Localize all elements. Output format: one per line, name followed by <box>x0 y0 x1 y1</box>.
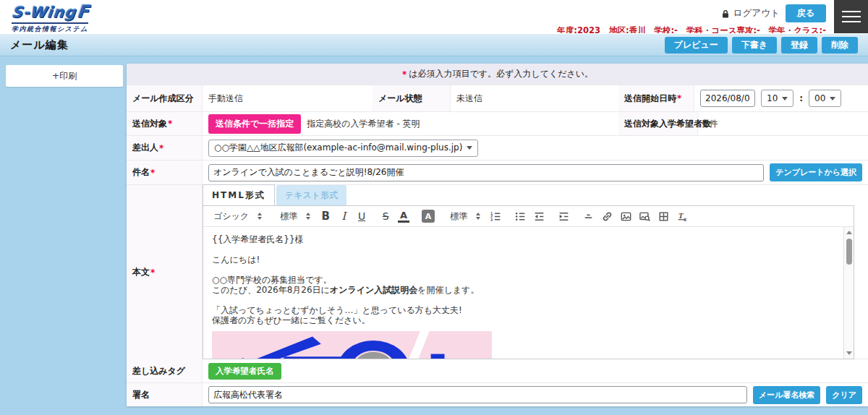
menu-button[interactable] <box>834 0 868 33</box>
highlight-color-button[interactable]: A <box>422 210 435 223</box>
body-editor-cell: HTML形式 テキスト形式 ゴシック標準BIUSAA標準123Tx {{入学希望… <box>203 185 868 359</box>
send-datetime-value: 10 : 00 <box>694 85 868 111</box>
mail-status-value: 未送信 <box>451 85 618 111</box>
draft-button[interactable]: 下書き <box>732 37 777 54</box>
rich-text-editor: HTML形式 テキスト形式 ゴシック標準BIUSAA標準123Tx {{入学希望… <box>203 185 854 359</box>
row-send-target: 送信対象* 送信条件で一括指定 指定高校の入学希望者 - 英明 送信対象入学希望… <box>127 111 868 135</box>
required-notice-text: は必須入力項目です。必ず入力してください。 <box>409 68 593 80</box>
tab-html-format[interactable]: HTML形式 <box>203 184 275 205</box>
page-title: メール編集 <box>10 38 69 52</box>
title-bar: メール編集 プレビュー下書き登録削除 <box>0 33 868 56</box>
target-count-value: 1件 <box>698 112 868 135</box>
merge-tag-value: 入学希望者氏名 <box>203 359 868 382</box>
strikethrough-button[interactable]: S <box>380 209 391 223</box>
email-body-lines: {{入学希望者氏名}}様 こんにちは! ○○専門学校の募集担当です。このたび、2… <box>212 234 836 325</box>
unordered-list-icon[interactable] <box>514 209 527 223</box>
email-body-editor[interactable]: {{入学希望者氏名}}様 こんにちは! ○○専門学校の募集担当です。このたび、2… <box>203 227 854 359</box>
signature-search-button[interactable]: メール署名検索 <box>753 386 821 404</box>
send-date-input[interactable] <box>700 90 755 107</box>
row-sender: 差出人* ○○学園△△地区広報部(example-ac-info@mail.wi… <box>127 135 868 160</box>
signature-clear-button[interactable]: クリア <box>826 386 862 404</box>
wing-icon: F <box>76 1 90 22</box>
app-logo[interactable]: S-WingF 学内統合情報システム <box>12 3 90 34</box>
email-body-line: {{入学希望者氏名}}様 <box>212 234 836 244</box>
underline-button[interactable]: U <box>356 209 367 223</box>
back-button[interactable]: 戻る <box>786 4 826 22</box>
merge-tag-label: 差し込みタグ <box>127 359 203 382</box>
required-notice: * は必須入力項目です。必ず入力してください。 <box>127 64 868 85</box>
logout-label: ログアウト <box>733 7 780 20</box>
editor-tabs: HTML形式 テキスト形式 <box>203 185 854 205</box>
merge-tag-button[interactable]: 入学希望者氏名 <box>208 363 281 380</box>
preview-button[interactable]: プレビュー <box>665 37 728 54</box>
logout-link[interactable]: ログアウト <box>720 7 780 20</box>
send-minute-select[interactable]: 00 <box>809 90 841 107</box>
chevron-down-icon <box>830 97 835 100</box>
email-body-line: このたび、2026年8月26日にオンライン入試説明会を開催します。 <box>212 285 836 295</box>
sender-select[interactable]: ○○学園△△地区広報部(example-ac-info@mail.wing-pl… <box>208 140 478 157</box>
template-select-button[interactable]: テンプレートから選択 <box>770 163 862 181</box>
font-size-select[interactable]: 標準 <box>277 209 313 224</box>
row-subject: 件名* テンプレートから選択 <box>127 160 868 184</box>
mail-status-label: メール状態 <box>373 85 451 111</box>
scroll-down-icon[interactable] <box>846 351 852 355</box>
svg-text:x: x <box>684 216 687 223</box>
header-right: ログアウト 戻る 年度:2023地区:香川学校:-学科・コース専攻:-学年・クラ… <box>557 0 826 36</box>
send-target-label: 送信対象* <box>127 112 203 135</box>
bulk-condition-button[interactable]: 送信条件で一括指定 <box>208 114 301 134</box>
signature-value: メール署名検索 クリア <box>203 383 868 406</box>
chevron-down-icon <box>467 146 472 150</box>
horizontal-rule-icon[interactable] <box>582 209 595 223</box>
app-header: S-WingF 学内統合情報システム ログアウト 戻る 年度:2023地区:香川… <box>0 0 868 33</box>
sender-label: 差出人* <box>127 136 203 160</box>
table-icon[interactable] <box>658 209 670 223</box>
email-body-line <box>212 265 836 275</box>
send-target-text: 指定高校の入学希望者 - 英明 <box>307 118 420 130</box>
tab-text-format[interactable]: テキスト形式 <box>276 185 346 205</box>
image-search-icon[interactable] <box>639 209 651 223</box>
row-merge-tag: 差し込みタグ 入学希望者氏名 <box>127 359 868 382</box>
link-icon[interactable] <box>601 209 613 223</box>
scrollbar-thumb[interactable] <box>846 239 852 265</box>
paragraph-format-select[interactable]: 標準 <box>447 209 483 224</box>
print-button[interactable]: +印刷 <box>6 65 123 87</box>
logo-title: S-WingF <box>11 3 90 20</box>
email-body-line: 「入試ってちょっとむずかしそう…」と思っている方も大丈夫! <box>212 305 836 315</box>
embedded-banner-image <box>212 331 492 359</box>
send-hour-select[interactable]: 10 <box>761 90 793 107</box>
mail-edit-panel: * は必須入力項目です。必ず入力してください。 メール作成区分 手動送信 メール… <box>127 64 868 406</box>
signature-input[interactable] <box>208 386 747 403</box>
target-count-label: 送信対象入学希望者数 <box>618 112 698 135</box>
ordered-list-icon[interactable]: 123 <box>490 209 502 223</box>
subject-input[interactable] <box>208 164 764 181</box>
svg-text:3: 3 <box>490 217 493 221</box>
row-signature: 署名 メール署名検索 クリア <box>127 382 868 406</box>
email-body-line: 保護者の方もぜひ一緒にご覧ください。 <box>212 315 836 325</box>
editor-toolbar: ゴシック標準BIUSAA標準123Tx <box>203 205 854 227</box>
screen: S-WingF 学内統合情報システム ログアウト 戻る 年度:2023地区:香川… <box>0 0 868 415</box>
italic-button[interactable]: I <box>338 209 349 223</box>
font-color-button[interactable]: A <box>398 210 409 223</box>
mail-type-label: メール作成区分 <box>127 85 203 111</box>
scroll-up-icon[interactable] <box>846 231 852 234</box>
delete-button[interactable]: 削除 <box>822 37 858 54</box>
register-button[interactable]: 登録 <box>781 37 817 54</box>
row-mail-type-status-datetime: メール作成区分 手動送信 メール状態 未送信 送信開始日時* 10 : 00 <box>127 85 868 111</box>
indent-icon[interactable] <box>558 209 570 223</box>
bold-button[interactable]: B <box>320 209 331 223</box>
send-target-value: 送信条件で一括指定 指定高校の入学希望者 - 英明 <box>203 112 618 135</box>
subject-value: テンプレートから選択 <box>203 161 868 184</box>
image-icon[interactable] <box>620 209 632 223</box>
send-datetime-label: 送信開始日時* <box>618 85 694 111</box>
email-body-line <box>212 295 836 305</box>
editor-scrollbar[interactable] <box>843 227 854 359</box>
email-body-line <box>212 244 836 254</box>
outdent-icon[interactable] <box>533 209 545 223</box>
email-body-line: ○○専門学校の募集担当です。 <box>212 275 836 285</box>
clear-format-icon[interactable]: Tx <box>676 209 689 223</box>
signature-label: 署名 <box>127 383 203 406</box>
sender-value: ○○学園△△地区広報部(example-ac-info@mail.wing-pl… <box>203 136 868 160</box>
font-family-select[interactable]: ゴシック <box>210 209 265 224</box>
subject-label: 件名* <box>127 161 203 184</box>
title-bar-actions: プレビュー下書き登録削除 <box>665 37 858 54</box>
